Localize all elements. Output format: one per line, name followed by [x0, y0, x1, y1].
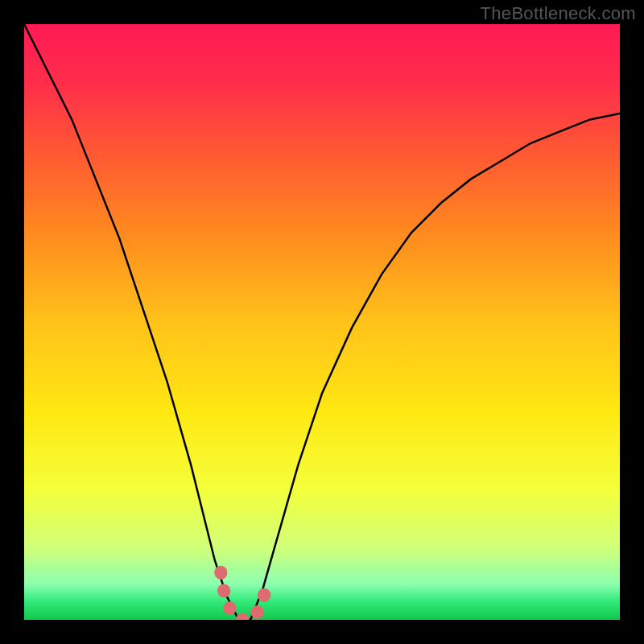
bottleneck-chart: [24, 24, 620, 620]
gradient-background: [24, 24, 620, 620]
chart-frame: TheBottleneck.com: [0, 0, 644, 644]
watermark-text: TheBottleneck.com: [481, 3, 636, 24]
